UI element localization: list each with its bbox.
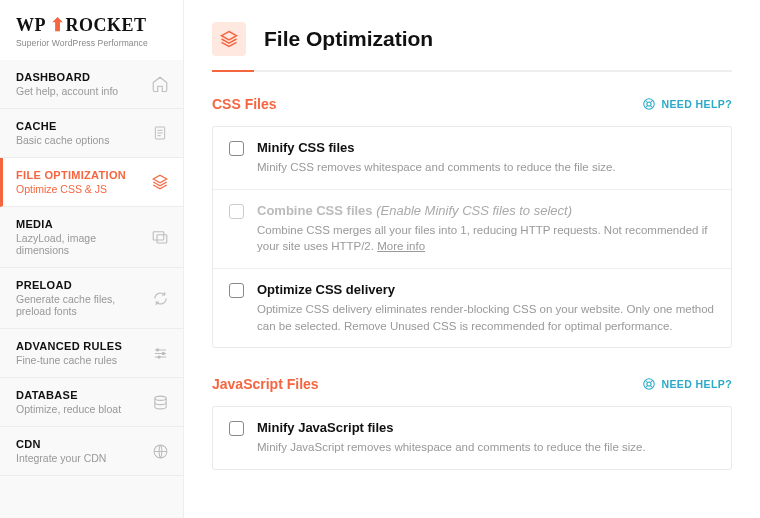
js-section-title: JavaScript Files (212, 376, 319, 392)
svg-rect-1 (153, 232, 164, 240)
nav-database[interactable]: DATABASEOptimize, reduce bloat (0, 378, 183, 427)
svg-rect-2 (157, 235, 167, 243)
logo-wp: WP (16, 15, 45, 35)
svg-point-11 (647, 382, 651, 386)
page-title: File Optimization (264, 27, 433, 51)
nav: DASHBOARDGet help, account info CACHEBas… (0, 60, 183, 476)
svg-point-8 (644, 99, 655, 110)
nav-file-optimization[interactable]: FILE OPTIMIZATIONOptimize CSS & JS (0, 158, 183, 207)
main: File Optimization CSS Files NEED HELP? M… (184, 0, 760, 518)
svg-point-10 (644, 379, 655, 390)
logo-rocket: ROCKET (66, 15, 147, 35)
nav-advanced-rules[interactable]: ADVANCED RULESFine-tune cache rules (0, 329, 183, 378)
nav-dashboard[interactable]: DASHBOARDGet help, account info (0, 60, 183, 109)
db-icon (151, 393, 169, 411)
opt-title: Optimize CSS delivery (257, 282, 715, 297)
logo-tagline: Superior WordPress Performance (16, 38, 167, 48)
doc-icon (151, 124, 169, 142)
checkbox-minify-js[interactable] (229, 421, 244, 436)
checkbox-combine-css (229, 204, 244, 219)
home-icon (151, 75, 169, 93)
media-icon (151, 228, 169, 246)
js-panel: Minify JavaScript files Minify JavaScrip… (212, 406, 732, 470)
option-minify-css: Minify CSS files Minify CSS removes whit… (213, 127, 731, 189)
svg-point-3 (156, 348, 158, 350)
help-icon (642, 377, 656, 391)
js-section-head: JavaScript Files NEED HELP? (212, 376, 732, 392)
opt-desc: Minify CSS removes whitespace and commen… (257, 159, 616, 176)
help-icon (642, 97, 656, 111)
need-help-button[interactable]: NEED HELP? (642, 377, 732, 391)
svg-point-4 (162, 352, 164, 354)
sliders-icon (151, 344, 169, 362)
opt-title: Combine CSS files (Enable Minify CSS fil… (257, 203, 715, 218)
nav-cache[interactable]: CACHEBasic cache options (0, 109, 183, 158)
layers-icon (212, 22, 246, 56)
svg-point-9 (647, 102, 651, 106)
sidebar: WP ⬆ROCKET Superior WordPress Performanc… (0, 0, 184, 518)
need-help-button[interactable]: NEED HELP? (642, 97, 732, 111)
option-combine-css: Combine CSS files (Enable Minify CSS fil… (213, 189, 731, 268)
layers-icon (151, 173, 169, 191)
checkbox-minify-css[interactable] (229, 141, 244, 156)
svg-point-5 (158, 355, 160, 357)
opt-desc: Optimize CSS delivery eliminates render-… (257, 301, 715, 334)
nav-preload[interactable]: PRELOADGenerate cache files, preload fon… (0, 268, 183, 329)
option-minify-js: Minify JavaScript files Minify JavaScrip… (213, 407, 731, 469)
nav-cdn[interactable]: CDNIntegrate your CDN (0, 427, 183, 476)
more-info-link[interactable]: More info (377, 240, 425, 252)
opt-title: Minify JavaScript files (257, 420, 646, 435)
globe-icon (151, 442, 169, 460)
page-header: File Optimization (184, 0, 760, 70)
css-section-head: CSS Files NEED HELP? (212, 96, 732, 112)
css-panel: Minify CSS files Minify CSS removes whit… (212, 126, 732, 348)
nav-media[interactable]: MEDIALazyLoad, image dimensions (0, 207, 183, 268)
opt-title: Minify CSS files (257, 140, 616, 155)
opt-desc: Minify JavaScript removes whitespace and… (257, 439, 646, 456)
svg-point-6 (154, 396, 165, 400)
checkbox-optimize-css[interactable] (229, 283, 244, 298)
refresh-icon (151, 289, 169, 307)
logo: WP ⬆ROCKET Superior WordPress Performanc… (0, 0, 183, 60)
opt-desc: Combine CSS merges all your files into 1… (257, 222, 715, 255)
option-optimize-css-delivery: Optimize CSS delivery Optimize CSS deliv… (213, 268, 731, 347)
css-section-title: CSS Files (212, 96, 277, 112)
